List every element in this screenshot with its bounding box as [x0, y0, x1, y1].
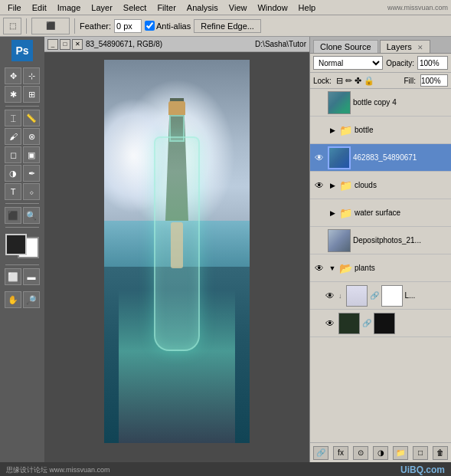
layers-list[interactable]: bottle copy 4 ▶ 📁 bottle 👁 462883_548906… [310, 89, 451, 442]
menu-window[interactable]: Window [253, 2, 292, 14]
toolbox: Ps ✥ ⊹ ✱ ⊞ ⌶ 📏 🖌 ⊗ ◻ ▣ ◑ ✒ T ⬦ [0, 37, 44, 462]
feather-input[interactable] [114, 19, 142, 33]
opacity-input[interactable] [417, 56, 448, 70]
layer-name: L... [405, 291, 449, 300]
text-tool[interactable]: T [5, 183, 21, 200]
canvas-wrapper[interactable] [44, 52, 309, 462]
new-group-button[interactable]: 📁 [393, 446, 408, 460]
antialias-check[interactable]: Anti-alias [145, 21, 191, 31]
watermark-left: 思缘设计论坛 www.missvuan.com [6, 465, 110, 475]
add-mask-button[interactable]: ⊙ [353, 446, 368, 460]
lock-paint-icon[interactable]: ✏ [345, 76, 352, 86]
lock-move-icon[interactable]: ✤ [355, 76, 361, 86]
menu-layer[interactable]: Layer [87, 2, 117, 14]
menu-select[interactable]: Select [119, 2, 152, 14]
eyedropper-tool[interactable]: ⌶ [5, 110, 21, 126]
zoom-tool[interactable]: 🔍 [23, 207, 40, 224]
shape-tool[interactable]: ⬛ [5, 207, 21, 224]
refine-edge-button[interactable]: Refine Edge... [194, 19, 261, 33]
watermark-right: UiBQ.com [400, 465, 445, 475]
layer-visibility-toggle[interactable] [313, 235, 325, 247]
layer-expand-icon[interactable]: ▼ [328, 264, 337, 273]
layer-item[interactable]: Depositphotos_21... [310, 227, 451, 254]
opacity-label: Opacity: [386, 59, 414, 67]
delete-layer-button[interactable]: 🗑 [433, 446, 448, 460]
selection-tool-btn[interactable]: ⬚ [3, 18, 21, 34]
layer-visibility-toggle[interactable]: 👁 [324, 290, 336, 302]
minimize-button[interactable]: _ [47, 39, 58, 50]
layer-expand-icon[interactable]: ▶ [328, 208, 337, 218]
close-button[interactable]: ✕ [72, 39, 83, 50]
color-picker[interactable] [5, 234, 39, 258]
lock-transparency-icon[interactable]: ⊟ [336, 76, 343, 86]
bottle-cork [168, 101, 185, 115]
layer-visibility-toggle[interactable] [313, 124, 325, 136]
canvas-title: 83_54890671, RGB/8) [86, 40, 162, 48]
marquee-tool-btn[interactable]: ⬛ [31, 18, 70, 34]
layer-item[interactable]: ▶ 📁 bottle [310, 117, 451, 144]
layer-link-button[interactable]: 🔗 [313, 446, 328, 460]
dodge-tool[interactable]: ◑ [5, 165, 21, 182]
lock-icons: ⊟ ✏ ✤ 🔒 [336, 76, 374, 86]
menu-view[interactable]: View [224, 2, 252, 14]
layer-item[interactable]: 👁 462883_54890671 [310, 144, 451, 172]
stamp-tool[interactable]: ⊗ [23, 128, 40, 145]
layer-item[interactable]: 👁 ↓ 🔗 L... [310, 282, 451, 310]
fill-input[interactable] [420, 74, 448, 87]
layer-visibility-toggle[interactable]: 👁 [313, 152, 325, 164]
menu-filter[interactable]: Filter [152, 2, 180, 14]
blend-mode-select[interactable]: Normal [313, 56, 383, 70]
layer-thumbnail [338, 313, 360, 334]
zoom-tool-2[interactable]: 🔎 [23, 291, 40, 308]
menu-help[interactable]: Help [294, 2, 321, 14]
menu-file[interactable]: File [3, 2, 26, 14]
layer-visibility-toggle[interactable]: 👁 [313, 262, 325, 274]
screen-mode-tool[interactable]: ▬ [23, 268, 40, 285]
blend-row: Normal Opacity: [310, 54, 451, 73]
layer-visibility-toggle[interactable]: 👁 [313, 179, 325, 192]
lock-all-icon[interactable]: 🔒 [364, 76, 374, 86]
adjustment-layer-button[interactable]: ◑ [373, 446, 388, 460]
layer-item[interactable]: bottle copy 4 [310, 89, 451, 117]
quick-mask-tool[interactable]: ⬜ [5, 268, 21, 285]
layer-item[interactable]: 👁 ▼ 📂 plants [310, 254, 451, 282]
layer-item[interactable]: ▶ 📁 water surface [310, 199, 451, 227]
magic-wand-tool[interactable]: ✱ [5, 86, 21, 103]
bottle-neck [169, 115, 185, 142]
layer-fx-button[interactable]: fx [333, 446, 348, 460]
layer-item[interactable]: 👁 ▶ 📁 clouds [310, 172, 451, 199]
crop-tool[interactable]: ⊞ [23, 86, 40, 103]
menu-analysis[interactable]: Analysis [182, 2, 223, 14]
layer-visibility-toggle[interactable] [313, 97, 325, 109]
tab-close-icon[interactable]: ✕ [417, 44, 423, 51]
brush-tool[interactable]: 🖌 [5, 128, 21, 145]
canvas-path: D:\Sasha\Tutor [255, 40, 306, 48]
menu-image[interactable]: Image [53, 2, 86, 14]
tab-clone-source[interactable]: Clone Source [313, 40, 378, 53]
layer-name: bottle copy 4 [353, 98, 448, 107]
layers-panel: Normal Opacity: Lock: ⊟ ✏ ✤ 🔒 Fill: [310, 54, 451, 462]
layer-item[interactable]: 👁 🔗 [310, 310, 451, 337]
layer-visibility-toggle[interactable]: 👁 [324, 317, 336, 330]
restore-button[interactable]: □ [60, 39, 70, 50]
move-tool[interactable]: ✥ [5, 67, 21, 84]
bottle-scene [104, 60, 250, 443]
forum-watermark-top: www.missvuan.com [387, 4, 448, 11]
menu-edit[interactable]: Edit [28, 2, 51, 14]
bottle-element [154, 136, 200, 351]
tab-layers[interactable]: Layers ✕ [380, 40, 430, 53]
new-layer-button[interactable]: □ [413, 446, 428, 460]
lasso-tool[interactable]: ⊹ [23, 67, 40, 84]
layer-thumbnail [346, 285, 368, 307]
hand-tool[interactable]: ✋ [5, 291, 21, 308]
layer-visibility-toggle[interactable] [313, 207, 325, 219]
panel-tabs: Clone Source Layers ✕ [310, 37, 451, 54]
gradient-tool[interactable]: ▣ [23, 146, 40, 163]
layer-expand-icon[interactable]: ▶ [328, 126, 337, 135]
layer-expand-icon[interactable]: ▶ [328, 181, 337, 190]
pen-tool[interactable]: ✒ [23, 165, 40, 182]
path-tool[interactable]: ⬦ [23, 183, 40, 200]
ruler-tool[interactable]: 📏 [23, 110, 40, 126]
foreground-color[interactable] [5, 234, 27, 255]
eraser-tool[interactable]: ◻ [5, 146, 21, 163]
